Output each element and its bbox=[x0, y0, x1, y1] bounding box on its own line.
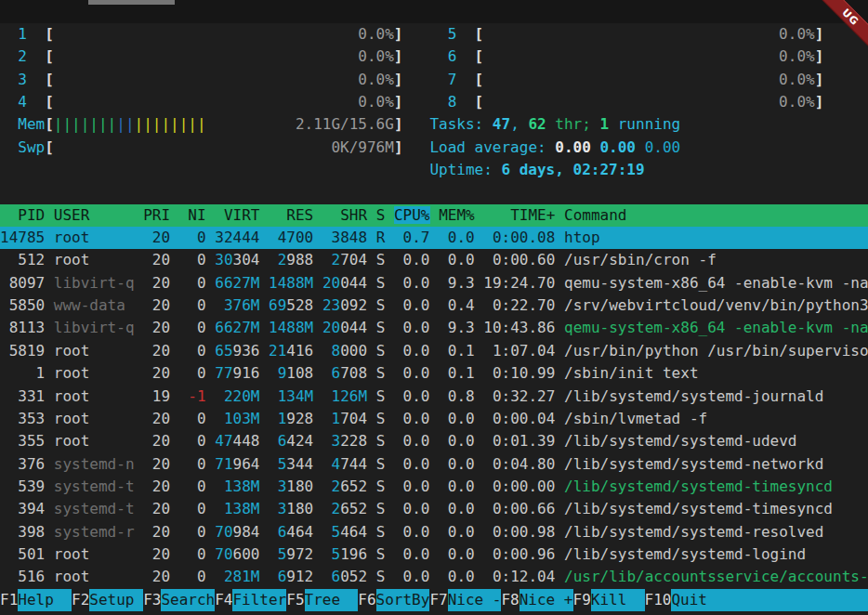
cell-state: S bbox=[376, 432, 386, 450]
cell-time: 0:32.27 bbox=[483, 387, 555, 405]
fkey-key: F5 bbox=[286, 589, 304, 611]
cell-time: 0:00.00 bbox=[483, 478, 555, 495]
fkey-quit[interactable]: F10Quit bbox=[645, 589, 868, 611]
process-row-1[interactable]: 1 root 20 0 77916 9108 6708 S 0.0 0.1 0:… bbox=[0, 362, 868, 385]
cell-state: S bbox=[376, 500, 386, 517]
cell-time: 0:00.98 bbox=[483, 523, 555, 541]
cell-pid: 14785 bbox=[0, 229, 45, 246]
process-row-5850[interactable]: 5850 www-data 20 0 376M 69528 23092 S 0.… bbox=[0, 294, 868, 317]
mem-meter-and-tasks: Mem[||||||||||||||||| 2.11G/15.6G] Tasks… bbox=[0, 113, 868, 136]
load-1min: 0.00 bbox=[555, 138, 591, 156]
process-row-376[interactable]: 376 systemd-n 20 0 71964 5344 4744 S 0.0… bbox=[0, 453, 868, 476]
column-header-s[interactable]: S bbox=[376, 206, 386, 224]
cpu-4-label: 4 bbox=[18, 93, 45, 111]
cell-mem: 0.1 bbox=[439, 364, 475, 382]
cell-pri: 20 bbox=[143, 432, 170, 450]
column-header-shr[interactable]: SHR bbox=[322, 206, 367, 224]
column-header-ni[interactable]: NI bbox=[179, 206, 206, 224]
cell-ni: 0 bbox=[179, 523, 206, 541]
cell-user: root bbox=[54, 432, 135, 450]
process-row-331[interactable]: 331 root 19 -1 220M 134M 126M S 0.0 0.8 … bbox=[0, 386, 868, 408]
cpu-1-label: 1 bbox=[18, 25, 45, 43]
cell-pri: 20 bbox=[143, 364, 170, 382]
cell-time: 0:00.96 bbox=[483, 545, 555, 563]
cell-ni: 0 bbox=[179, 432, 206, 450]
cell-command: /srv/webvirtcloud/venv/bin/python3 bbox=[564, 296, 868, 314]
cell-ni: 0 bbox=[179, 296, 206, 314]
process-row-8097[interactable]: 8097 libvirt-q 20 0 6627M 1488M 20044 S … bbox=[0, 272, 868, 294]
fkey-tree[interactable]: F5Tree bbox=[286, 589, 358, 611]
process-row-501[interactable]: 501 root 20 0 70600 5972 5196 S 0.0 0.0 … bbox=[0, 543, 868, 566]
cell-state: S bbox=[376, 274, 386, 292]
cell-cpu: 0.0 bbox=[394, 523, 430, 541]
process-row-5819[interactable]: 5819 root 20 0 65936 21416 8000 S 0.0 0.… bbox=[0, 340, 868, 362]
fkey-nice[interactable]: F7Nice - bbox=[429, 589, 501, 611]
process-row-398[interactable]: 398 systemd-r 20 0 70984 6464 5464 S 0.0… bbox=[0, 521, 868, 543]
cell-mem: 0.4 bbox=[439, 296, 475, 314]
process-row-394[interactable]: 394 systemd-t 20 0 138M 3180 2652 S 0.0 … bbox=[0, 498, 868, 520]
column-header-pri[interactable]: PRI bbox=[143, 206, 170, 224]
window-chrome-strip bbox=[0, 0, 868, 23]
fkey-nice[interactable]: F8Nice + bbox=[501, 589, 572, 611]
fkey-help[interactable]: F1Help bbox=[0, 589, 72, 611]
cell-cpu: 0.0 bbox=[394, 568, 430, 585]
process-row-8113[interactable]: 8113 libvirt-q 20 0 6627M 1488M 20044 S … bbox=[0, 317, 868, 339]
cell-cpu: 0.0 bbox=[394, 545, 430, 563]
column-header-user[interactable]: USER bbox=[54, 206, 135, 224]
column-header-res[interactable]: RES bbox=[269, 206, 313, 224]
cell-state: R bbox=[376, 229, 386, 246]
blank-row bbox=[0, 181, 868, 203]
cpu-meter-row-4: 4 [ 0.0%] 8 [ 0.0%] bbox=[0, 91, 868, 113]
column-header-cpu[interactable]: CPU% bbox=[394, 206, 430, 224]
cell-time: 0:22.70 bbox=[483, 296, 555, 314]
cell-mem: 9.3 bbox=[439, 274, 475, 292]
column-header-time[interactable]: TIME+ bbox=[483, 206, 555, 224]
column-header-command[interactable]: Command bbox=[564, 206, 626, 224]
process-row-512[interactable]: 512 root 20 0 30304 2988 2704 S 0.0 0.0 … bbox=[0, 249, 868, 271]
cell-state: S bbox=[376, 342, 386, 360]
mem-value: 2.11G/15.6G bbox=[296, 115, 394, 133]
cell-user: systemd-n bbox=[54, 455, 135, 473]
cell-cpu: 0.0 bbox=[394, 342, 430, 360]
cell-pri: 20 bbox=[143, 500, 170, 517]
cell-mem: 0.0 bbox=[439, 545, 475, 563]
cell-mem: 0.8 bbox=[439, 387, 475, 405]
process-row-516[interactable]: 516 root 20 0 281M 6912 6052 S 0.0 0.0 0… bbox=[0, 566, 868, 588]
fkey-key: F3 bbox=[143, 589, 161, 611]
process-row-355[interactable]: 355 root 20 0 47448 6424 3228 S 0.0 0.0 … bbox=[0, 430, 868, 452]
cell-ni: 0 bbox=[179, 568, 206, 585]
column-header-virt[interactable]: VIRT bbox=[215, 206, 259, 224]
table-header-row: PID USER PRI NI VIRT RES SHR S CPU% MEM%… bbox=[0, 204, 868, 227]
load-label: Load average: bbox=[429, 138, 555, 156]
column-header-pid[interactable]: PID bbox=[0, 206, 45, 224]
cell-mem: 0.1 bbox=[439, 342, 475, 360]
cell-pri: 20 bbox=[143, 455, 170, 473]
cell-user: systemd-t bbox=[54, 500, 135, 517]
fkey-kill[interactable]: F9Kill bbox=[573, 589, 645, 611]
fkey-filter[interactable]: F4Filter bbox=[215, 589, 286, 611]
fkey-search[interactable]: F3Search bbox=[143, 589, 215, 611]
fkey-key: F8 bbox=[501, 589, 519, 611]
cell-pri: 20 bbox=[143, 319, 170, 336]
cell-command: /lib/systemd/systemd-timesyncd bbox=[564, 500, 833, 517]
cell-state: S bbox=[376, 568, 386, 585]
uptime-row: Uptime: 6 days, 02:27:19 bbox=[0, 159, 868, 181]
cell-time: 0:12.04 bbox=[483, 568, 555, 585]
cell-cpu: 0.0 bbox=[394, 410, 430, 427]
cell-ni: 0 bbox=[179, 342, 206, 360]
cell-command: /sbin/lvmetad -f bbox=[564, 410, 707, 427]
process-row-14785[interactable]: 14785 root 20 0 32444 4700 3848 R 0.7 0.… bbox=[0, 227, 868, 249]
load-5min: 0.00 bbox=[599, 138, 636, 156]
column-header-mem[interactable]: MEM% bbox=[439, 206, 475, 224]
fkey-key: F7 bbox=[429, 589, 447, 611]
fkey-setup[interactable]: F2Setup bbox=[72, 589, 143, 611]
cell-ni: 0 bbox=[179, 455, 206, 473]
process-row-539[interactable]: 539 systemd-t 20 0 138M 3180 2652 S 0.0 … bbox=[0, 476, 868, 498]
cell-ni: 0 bbox=[179, 229, 206, 246]
cell-user: libvirt-q bbox=[54, 319, 135, 336]
function-key-bar: F1Help F2Setup F3SearchF4FilterF5Tree F6… bbox=[0, 589, 868, 611]
cell-user: systemd-t bbox=[54, 478, 135, 495]
fkey-sortby[interactable]: F6SortBy bbox=[358, 589, 429, 611]
cell-ni: 0 bbox=[179, 478, 206, 495]
process-row-353[interactable]: 353 root 20 0 103M 1928 1704 S 0.0 0.0 0… bbox=[0, 408, 868, 430]
